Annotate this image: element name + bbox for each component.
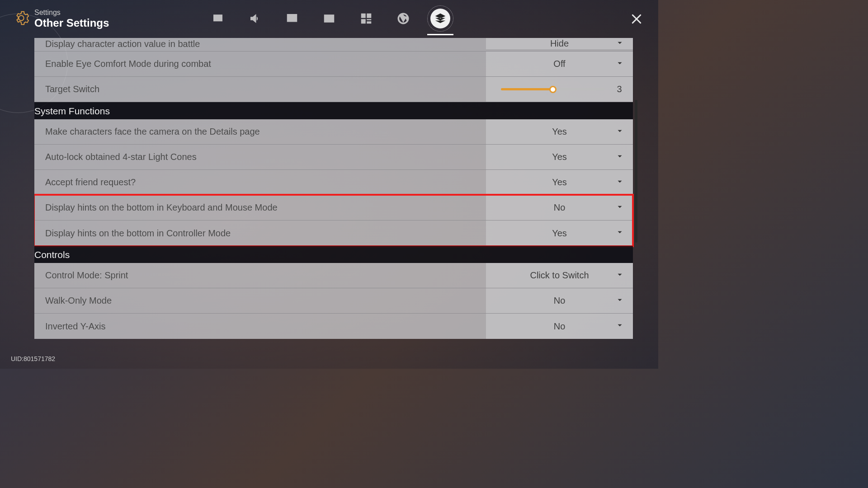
chevron-down-icon — [616, 228, 624, 238]
setting-value: No — [554, 321, 566, 332]
setting-dropdown[interactable]: No — [486, 288, 633, 313]
page-title-block: Settings Other Settings — [14, 9, 109, 29]
setting-row-hints-kbm: Display hints on the bottom in Keyboard … — [34, 195, 633, 221]
setting-row-auto-lock-cones: Auto-lock obtained 4-star Light ConesYes — [34, 145, 633, 170]
chevron-down-icon — [616, 271, 624, 281]
scrollbar[interactable] — [635, 38, 637, 348]
setting-label: Make characters face the camera on the D… — [34, 127, 486, 137]
setting-label: Enable Eye Comfort Mode during combat — [34, 59, 486, 69]
tab-audio[interactable] — [246, 10, 264, 27]
top-bar: Settings Other Settings — [0, 0, 658, 38]
chevron-down-icon — [616, 152, 624, 162]
setting-value: No — [554, 296, 566, 306]
gear-icon — [14, 10, 29, 28]
setting-dropdown[interactable]: Click to Switch — [486, 263, 633, 288]
setting-row-accept-friend: Accept friend request?Yes — [34, 170, 633, 195]
tab-aperture[interactable] — [395, 10, 412, 27]
setting-value: Yes — [552, 177, 567, 188]
slider-thumb[interactable] — [549, 86, 557, 93]
setting-dropdown[interactable]: No — [486, 314, 633, 339]
tab-display[interactable] — [209, 10, 226, 27]
setting-slider[interactable]: 3 — [486, 77, 633, 102]
page-title-large: Other Settings — [34, 17, 109, 29]
setting-label: Walk-Only Mode — [34, 296, 486, 306]
section-header-system_functions: System Functions — [34, 102, 633, 119]
tab-account[interactable] — [321, 10, 338, 27]
setting-row-action-value: Display character action value in battle… — [34, 38, 633, 52]
uid-label: UID: — [11, 355, 24, 362]
chevron-down-icon — [616, 321, 624, 331]
setting-label: Inverted Y-Axis — [34, 321, 486, 332]
close-button[interactable] — [628, 11, 645, 27]
setting-label: Auto-lock obtained 4-star Light Cones — [34, 152, 486, 162]
setting-row-inverted-y: Inverted Y-AxisNo — [34, 314, 633, 339]
setting-dropdown[interactable]: Yes — [486, 170, 633, 195]
uid-footer: UID:801571782 — [11, 355, 55, 362]
highlighted-rows: Display hints on the bottom in Keyboard … — [34, 195, 633, 246]
setting-row-control-sprint: Control Mode: SprintClick to Switch — [34, 263, 633, 288]
setting-label: Accept friend request? — [34, 177, 486, 188]
setting-dropdown[interactable]: Off — [486, 52, 633, 76]
setting-dropdown[interactable]: Yes — [486, 119, 633, 144]
setting-dropdown[interactable]: Yes — [486, 145, 633, 169]
setting-value: Off — [553, 59, 565, 69]
setting-row-target-switch: Target Switch3 — [34, 77, 633, 102]
setting-dropdown[interactable]: Yes — [486, 221, 633, 246]
setting-label: Display hints on the bottom in Controlle… — [34, 228, 486, 239]
setting-value: Yes — [552, 152, 567, 162]
setting-dropdown[interactable]: No — [486, 195, 633, 220]
chevron-down-icon — [616, 39, 624, 49]
setting-label: Control Mode: Sprint — [34, 270, 486, 281]
slider-value: 3 — [615, 84, 624, 94]
chevron-down-icon — [616, 127, 624, 137]
uid-value: 801571782 — [24, 355, 55, 362]
page-title-small: Settings — [34, 9, 109, 17]
scroll-thumb[interactable] — [635, 100, 637, 243]
slider-track[interactable] — [501, 88, 605, 90]
setting-label: Display hints on the bottom in Keyboard … — [34, 202, 486, 213]
setting-value: Hide — [550, 38, 569, 49]
chevron-down-icon — [616, 178, 624, 188]
setting-label: Target Switch — [34, 84, 486, 94]
tab-language[interactable] — [283, 10, 301, 27]
section-header-controls: Controls — [34, 246, 633, 263]
setting-label: Display character action value in battle — [34, 39, 486, 49]
setting-value: Yes — [552, 127, 567, 137]
setting-row-walk-only: Walk-Only ModeNo — [34, 288, 633, 314]
tab-grid[interactable] — [358, 10, 375, 27]
chevron-down-icon — [616, 59, 624, 69]
setting-dropdown[interactable]: Hide — [486, 38, 633, 49]
setting-value: Click to Switch — [530, 270, 589, 281]
chevron-down-icon — [616, 296, 624, 306]
setting-value: No — [554, 202, 566, 213]
setting-row-eye-comfort: Enable Eye Comfort Mode during combatOff — [34, 52, 633, 77]
setting-value: Yes — [552, 228, 567, 239]
chevron-down-icon — [616, 203, 624, 213]
tab-other[interactable] — [432, 10, 449, 27]
tab-bar — [209, 10, 449, 27]
setting-row-hints-controller: Display hints on the bottom in Controlle… — [34, 221, 633, 246]
settings-panel: Display character action value in battle… — [34, 38, 637, 348]
setting-row-face-camera: Make characters face the camera on the D… — [34, 119, 633, 145]
